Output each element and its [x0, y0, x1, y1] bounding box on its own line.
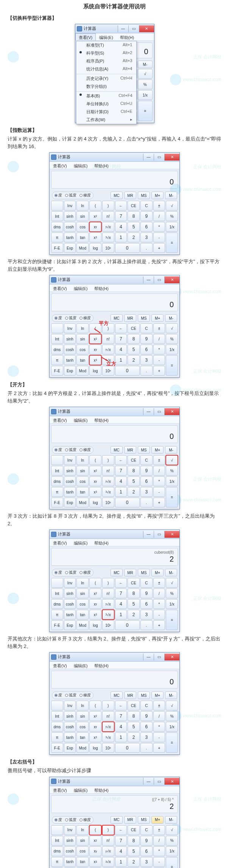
key-.[interactable]: . — [140, 620, 153, 630]
key-sinh[interactable]: sinh — [64, 334, 76, 344]
key-)[interactable]: ) — [102, 323, 114, 333]
key-1/x[interactable]: 1/x — [166, 599, 178, 609]
key-10ˣ[interactable]: 10x — [102, 498, 114, 507]
key-CE[interactable]: CE — [128, 323, 140, 333]
key-mc[interactable]: MC — [111, 816, 123, 824]
key-)[interactable]: ) — [102, 201, 114, 211]
key-xʸ[interactable]: xy — [89, 846, 101, 856]
key-³√x[interactable]: 3√x — [102, 732, 114, 742]
key-6[interactable]: 6 — [140, 722, 153, 732]
key-1[interactable]: 1 — [115, 610, 127, 620]
key-7[interactable]: 7 — [115, 589, 127, 598]
key-1[interactable]: 1 — [115, 857, 127, 867]
key-Int[interactable]: Int — [51, 466, 63, 476]
key-π[interactable]: π — [51, 732, 63, 742]
key-CE[interactable]: CE — [128, 825, 140, 835]
key-cos[interactable]: cos — [76, 846, 89, 856]
key-x³[interactable]: x3 — [89, 487, 101, 497]
angle-grad[interactable]: 梯度 — [79, 447, 91, 453]
key-6[interactable]: 6 — [140, 345, 153, 354]
key-1[interactable]: 1 — [115, 355, 127, 365]
key-Inv[interactable]: Inv — [64, 323, 76, 333]
view-menu-item[interactable]: 科学型(S)Alt+2 — [76, 49, 136, 57]
menu-help[interactable]: 帮助(H) — [117, 33, 137, 41]
key-C[interactable]: C — [140, 701, 153, 710]
minimize-button[interactable]: — — [143, 531, 154, 538]
key-mc[interactable]: MC — [111, 692, 123, 699]
key-=[interactable]: = — [166, 732, 178, 753]
angle-grad[interactable]: 梯度 — [79, 693, 91, 698]
maximize-button[interactable]: ▭ — [154, 654, 164, 660]
key-([interactable]: ( — [89, 578, 101, 588]
key-9[interactable]: 9 — [140, 711, 153, 721]
key-xʸ[interactable]: xy — [89, 599, 101, 609]
key-2[interactable]: 2 — [128, 355, 140, 365]
key-0[interactable]: 0 — [115, 743, 140, 753]
key-√[interactable]: √ — [166, 825, 178, 835]
key-3[interactable]: 3 — [140, 233, 153, 242]
key-C[interactable]: C — [140, 825, 153, 835]
key-10ˣ[interactable]: 10x — [102, 366, 114, 376]
key-%[interactable]: % — [166, 466, 178, 476]
key-/[interactable]: / — [153, 466, 165, 476]
key-dms[interactable]: dms — [51, 345, 63, 354]
key-ln[interactable]: ln — [76, 825, 89, 835]
key-C[interactable]: C — [140, 323, 153, 333]
close-button[interactable]: ✕ — [164, 654, 179, 660]
key-6[interactable]: 6 — [140, 476, 153, 486]
view-menu-item[interactable]: 基本(B)Ctrl+F4 — [76, 91, 136, 100]
menu-help[interactable]: 帮助(H) — [91, 162, 112, 169]
key-π[interactable]: π — [51, 355, 63, 365]
key-sin[interactable]: sin — [76, 836, 89, 846]
key-5[interactable]: 5 — [128, 722, 140, 732]
maximize-button[interactable]: ▭ — [154, 154, 164, 161]
angle-rad[interactable]: 弧度 — [65, 817, 76, 823]
key-log[interactable]: log — [89, 243, 101, 253]
key-/[interactable]: / — [153, 211, 165, 221]
key-Int[interactable]: Int — [51, 334, 63, 344]
maximize-button[interactable]: ▭ — [154, 531, 164, 538]
key-n![interactable]: n! — [102, 334, 114, 344]
key-10ˣ[interactable]: 10x — [102, 743, 114, 753]
key-5[interactable]: 5 — [128, 345, 140, 354]
key-x³[interactable]: x3 — [89, 610, 101, 620]
key-2[interactable]: 2 — [128, 487, 140, 497]
key-tanh[interactable]: tanh — [64, 487, 76, 497]
key-8[interactable]: 8 — [128, 334, 140, 344]
key-n![interactable]: n! — [102, 466, 114, 476]
key-mr[interactable]: MR — [124, 816, 136, 824]
key-m-[interactable]: M- — [165, 446, 177, 454]
key-1[interactable]: 1 — [115, 487, 127, 497]
key--[interactable]: - — [153, 233, 165, 242]
view-menu-item[interactable]: 标准型(T)Alt+1 — [76, 41, 136, 49]
key-√[interactable]: √ — [166, 323, 178, 333]
key-cosh[interactable]: cosh — [64, 222, 76, 232]
key-blank[interactable] — [51, 201, 63, 211]
key-5[interactable]: 5 — [128, 476, 140, 486]
key-tanh[interactable]: tanh — [64, 732, 76, 742]
menu-edit[interactable]: 编辑(E) — [70, 162, 91, 169]
key-blank[interactable] — [51, 701, 63, 710]
key-8[interactable]: 8 — [128, 466, 140, 476]
key-*[interactable]: * — [153, 476, 165, 486]
key-%[interactable]: % — [166, 836, 178, 846]
key-%[interactable]: % — [138, 80, 152, 89]
key-7[interactable]: 7 — [115, 334, 127, 344]
key-1[interactable]: 1 — [115, 732, 127, 742]
key-F-E[interactable]: F-E — [51, 366, 63, 376]
key-tanh[interactable]: tanh — [64, 610, 76, 620]
key-√[interactable]: √ — [166, 701, 178, 710]
key-ln[interactable]: ln — [76, 701, 89, 710]
key-tan[interactable]: tan — [76, 487, 89, 497]
key-([interactable]: ( — [89, 825, 101, 835]
key-ms[interactable]: MS — [138, 314, 150, 322]
key-m-[interactable]: M- — [165, 569, 177, 576]
key-2[interactable]: 2 — [128, 610, 140, 620]
key-Int[interactable]: Int — [51, 589, 63, 598]
menu-view[interactable]: 查看(V) — [50, 162, 70, 169]
key-C[interactable]: C — [140, 455, 153, 465]
key-x³[interactable]: x3 — [89, 233, 101, 242]
key-cos[interactable]: cos — [76, 345, 89, 354]
key-4[interactable]: 4 — [115, 345, 127, 354]
angle-rad[interactable]: 弧度 — [65, 447, 76, 453]
